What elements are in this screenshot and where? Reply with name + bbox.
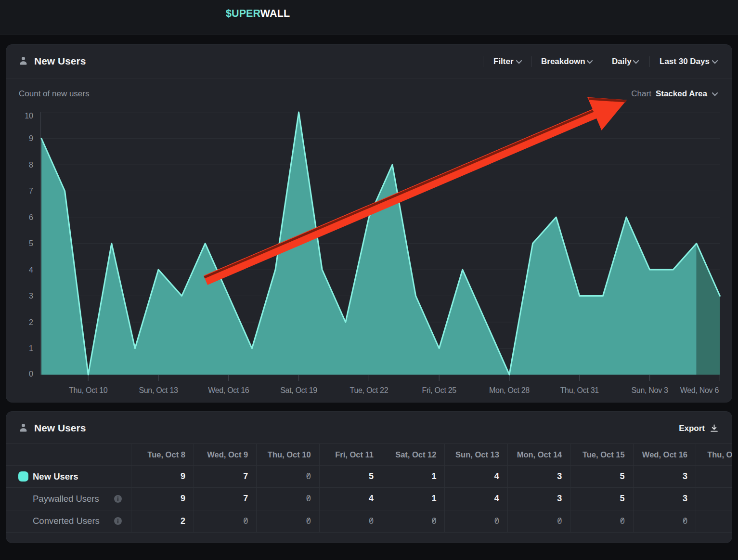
svg-text:Fri, Oct 25: Fri, Oct 25 [422, 386, 457, 394]
svg-text:5: 5 [29, 239, 33, 247]
svg-text:0: 0 [29, 370, 33, 378]
svg-text:2: 2 [29, 318, 33, 326]
svg-text:Thu, Oct 10: Thu, Oct 10 [69, 386, 108, 394]
svg-text:Sun, Nov 3: Sun, Nov 3 [632, 386, 669, 394]
svg-text:Wed, Oct 16: Wed, Oct 16 [208, 386, 249, 394]
svg-text:Sun, Oct 13: Sun, Oct 13 [139, 386, 178, 394]
svg-text:4: 4 [29, 266, 33, 274]
svg-text:7: 7 [29, 187, 33, 195]
svg-text:9: 9 [29, 134, 33, 143]
svg-text:Wed, Nov 6: Wed, Nov 6 [680, 386, 719, 394]
svg-text:8: 8 [29, 161, 33, 169]
svg-text:10: 10 [25, 112, 33, 120]
svg-text:Thu, Oct 31: Thu, Oct 31 [560, 386, 599, 394]
svg-text:6: 6 [29, 213, 33, 221]
svg-text:1: 1 [29, 344, 33, 352]
svg-text:Tue, Oct 22: Tue, Oct 22 [350, 386, 388, 394]
svg-text:Mon, Oct 28: Mon, Oct 28 [489, 386, 530, 394]
svg-text:Sat, Oct 19: Sat, Oct 19 [280, 386, 317, 394]
svg-text:3: 3 [29, 292, 33, 300]
